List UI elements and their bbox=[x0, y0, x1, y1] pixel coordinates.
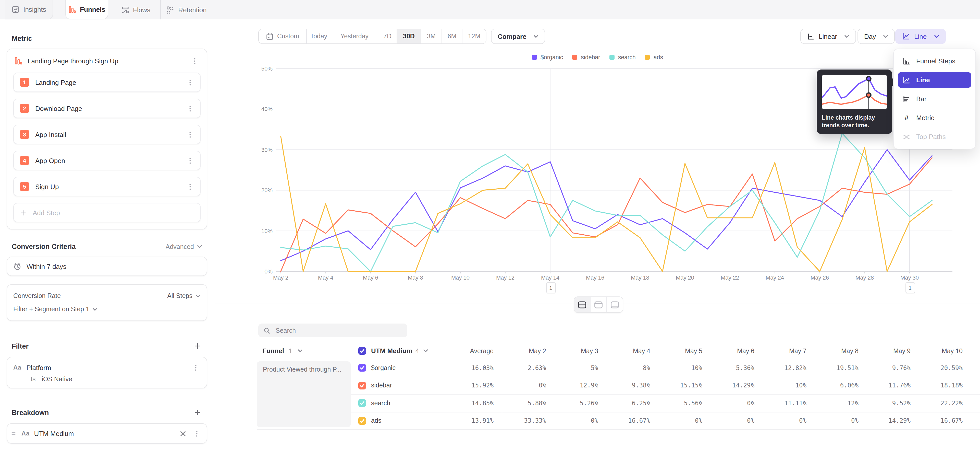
menu-item-funnel-steps[interactable]: Funnel Steps bbox=[898, 53, 971, 69]
series-name[interactable]: ads bbox=[371, 417, 381, 425]
metric-icon: # bbox=[902, 114, 911, 122]
funnel-metric-icon bbox=[14, 57, 22, 65]
report-tabbar: InsightsFunnelsFlowsRetention bbox=[0, 0, 980, 19]
add-breakdown-button[interactable] bbox=[193, 408, 202, 417]
legend-item-sidebar[interactable]: sidebar bbox=[572, 54, 600, 60]
annotation-badge[interactable]: 1 bbox=[546, 282, 555, 293]
chevron-down-icon bbox=[883, 35, 888, 38]
funnel-step-4[interactable]: 4App Open bbox=[13, 151, 200, 170]
step-kebab-menu-icon[interactable] bbox=[185, 129, 195, 139]
view-toggle-table-only[interactable] bbox=[607, 297, 623, 312]
metric-kebab-menu-icon[interactable] bbox=[190, 56, 200, 65]
range-30d[interactable]: 30D bbox=[397, 29, 421, 43]
table-row-search: search14.85%5.88%5.26%6.25%5.56%0%11.11%… bbox=[257, 395, 980, 412]
range-6m[interactable]: 6M bbox=[442, 29, 463, 43]
filter-operator[interactable]: Is bbox=[30, 376, 35, 383]
funnel-steps-list: 1Landing Page2Download Page3App Install4… bbox=[13, 73, 200, 222]
step-kebab-menu-icon[interactable] bbox=[185, 104, 195, 113]
funnel-step-3[interactable]: 3App Install bbox=[13, 125, 200, 144]
compare-button[interactable]: Compare bbox=[491, 29, 546, 44]
step-kebab-menu-icon[interactable] bbox=[185, 77, 195, 87]
range-7d[interactable]: 7D bbox=[378, 29, 397, 43]
day-column-header: May 6 bbox=[711, 347, 762, 355]
conversion-window-card[interactable]: Within 7 days bbox=[6, 257, 207, 276]
step-kebab-menu-icon[interactable] bbox=[185, 156, 195, 165]
range-12m[interactable]: 12M bbox=[463, 29, 486, 43]
legend-swatch bbox=[645, 55, 650, 60]
series-name[interactable]: $organic bbox=[371, 364, 396, 372]
add-step-button[interactable]: Add Step bbox=[13, 203, 200, 222]
tab-retention[interactable]: Retention bbox=[160, 0, 212, 19]
legend-label: search bbox=[618, 54, 636, 60]
advanced-toggle[interactable]: Advanced bbox=[165, 243, 194, 250]
tab-flows[interactable]: Flows bbox=[115, 0, 156, 19]
series-checkbox[interactable] bbox=[358, 417, 366, 425]
conversion-rate-label: Conversion Rate bbox=[13, 292, 61, 300]
funnel-column-header[interactable]: Funnel bbox=[262, 347, 284, 355]
series-checkbox[interactable] bbox=[358, 364, 366, 372]
annotation-badge[interactable]: 1 bbox=[905, 282, 915, 293]
breakdown-property-name[interactable]: UTM Medium bbox=[34, 430, 174, 437]
range-yesterday[interactable]: Yesterday bbox=[331, 29, 378, 43]
menu-item-bar[interactable]: Bar bbox=[898, 91, 971, 107]
day-value: 12% bbox=[815, 400, 867, 407]
day-value: 0% bbox=[762, 417, 815, 425]
funnel-group-cell[interactable]: Product Viewed through P... bbox=[257, 361, 351, 427]
funnel-step-5[interactable]: 5Sign Up bbox=[13, 177, 200, 196]
day-value: 10% bbox=[762, 382, 815, 389]
tab-funnels[interactable]: Funnels bbox=[65, 0, 108, 19]
breakdown-column-header[interactable]: UTM Medium bbox=[371, 347, 412, 355]
menu-item-metric[interactable]: #Metric bbox=[898, 110, 971, 126]
menu-item-line[interactable]: Line bbox=[898, 72, 971, 88]
x-tick-label: May 26 bbox=[803, 275, 836, 281]
search-input[interactable] bbox=[275, 326, 402, 334]
filter-platform-card: Aa Platform Is iOS Native bbox=[6, 357, 207, 388]
table-header-row: Funnel1UTM Medium4AverageMay 2May 3May 4… bbox=[257, 343, 980, 359]
legend-item-ads[interactable]: ads bbox=[645, 54, 663, 60]
tooltip-mini-chart bbox=[822, 75, 887, 109]
step-kebab-menu-icon[interactable] bbox=[185, 182, 195, 192]
drag-handle-icon[interactable] bbox=[10, 429, 17, 438]
funnels-icon bbox=[68, 6, 76, 13]
chart-type-label: Line bbox=[914, 32, 927, 40]
funnels-report-app: InsightsFunnelsFlowsRetention Metric Lan… bbox=[0, 0, 980, 460]
filter-kebab-menu-icon[interactable] bbox=[191, 363, 200, 372]
interval-dropdown-button[interactable]: Day bbox=[858, 29, 895, 44]
scale-dropdown-button[interactable]: Linear bbox=[800, 29, 856, 44]
table-row-organic: $organic16.03%2.63%5%8%10%5.36%12.82%19.… bbox=[257, 359, 980, 377]
legend-item-organic[interactable]: $organic bbox=[532, 54, 563, 60]
tab-label: Funnels bbox=[80, 6, 105, 13]
filter-value[interactable]: iOS Native bbox=[41, 376, 72, 383]
chevron-down-icon bbox=[934, 35, 939, 38]
conversion-rate-value[interactable]: All Steps bbox=[167, 292, 192, 300]
view-toggle-chart-only[interactable] bbox=[590, 297, 607, 312]
add-filter-button[interactable] bbox=[193, 342, 202, 351]
range-custom[interactable]: Custom bbox=[259, 29, 307, 43]
filter-segment-step-label[interactable]: Filter + Segment on Step 1 bbox=[13, 306, 89, 313]
range-today[interactable]: Today bbox=[307, 29, 331, 43]
remove-breakdown-icon[interactable] bbox=[179, 429, 187, 438]
compare-label: Compare bbox=[498, 32, 527, 40]
day-column-header: May 8 bbox=[815, 347, 867, 355]
view-toggle-split-view[interactable] bbox=[574, 297, 590, 312]
chart-type-dropdown-button[interactable]: Line bbox=[895, 29, 945, 44]
funnel-step-2[interactable]: 2Download Page bbox=[13, 99, 200, 118]
string-type-badge: Aa bbox=[13, 364, 21, 371]
funnel-step-1[interactable]: 1Landing Page bbox=[13, 73, 200, 92]
legend-item-search[interactable]: search bbox=[609, 54, 636, 60]
series-name[interactable]: search bbox=[371, 400, 390, 407]
range-3m[interactable]: 3M bbox=[421, 29, 442, 43]
chevron-down-icon bbox=[197, 245, 202, 248]
series-checkbox[interactable] bbox=[358, 382, 366, 390]
filter-property-name[interactable]: Platform bbox=[27, 364, 186, 371]
series-line-organic bbox=[281, 150, 932, 261]
average-value: 15.92% bbox=[471, 382, 493, 389]
search-icon bbox=[263, 327, 270, 334]
breakdown-select-all-checkbox[interactable] bbox=[358, 347, 366, 355]
tab-insights[interactable]: Insights bbox=[5, 0, 53, 19]
series-checkbox[interactable] bbox=[358, 399, 366, 407]
breakdown-kebab-menu-icon[interactable] bbox=[192, 428, 202, 438]
series-name[interactable]: sidebar bbox=[371, 382, 392, 389]
scale-label: Linear bbox=[819, 32, 837, 40]
legend-label: $organic bbox=[541, 54, 563, 60]
